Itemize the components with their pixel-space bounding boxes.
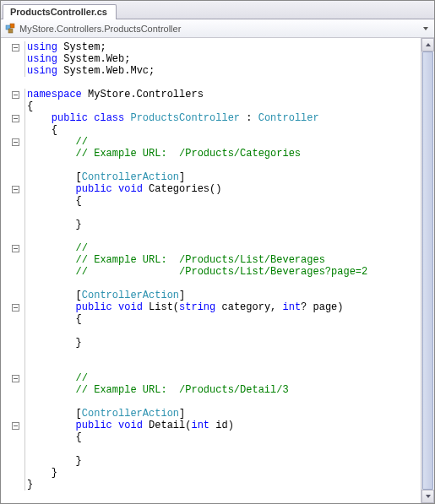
code-line[interactable] bbox=[24, 77, 421, 89]
code-line[interactable]: } bbox=[24, 467, 421, 479]
code-line[interactable]: } bbox=[24, 479, 421, 490]
breadcrumb-bar[interactable]: MyStore.Controllers.ProductsController bbox=[1, 19, 434, 38]
code-line[interactable] bbox=[24, 360, 421, 372]
gutter-line bbox=[1, 337, 21, 349]
code-line[interactable] bbox=[24, 230, 421, 242]
code-line[interactable]: // Example URL: /Products/Detail/3 bbox=[24, 384, 421, 396]
gutter-line bbox=[1, 349, 21, 360]
code-line[interactable]: { bbox=[24, 100, 421, 112]
gutter-line bbox=[1, 396, 21, 408]
gutter-line bbox=[1, 443, 21, 455]
tab-label: ProductsController.cs bbox=[10, 7, 107, 17]
gutter-line bbox=[1, 77, 21, 89]
outline-collapse-icon[interactable] bbox=[12, 422, 19, 430]
code-line[interactable]: // Example URL: /Products/List/Beverages bbox=[24, 254, 421, 266]
scrollbar-thumb[interactable] bbox=[422, 51, 433, 490]
gutter-line bbox=[1, 266, 21, 278]
svg-rect-0 bbox=[10, 24, 14, 28]
scrollbar-track[interactable] bbox=[421, 51, 434, 490]
code-line[interactable] bbox=[24, 160, 421, 171]
gutter-line bbox=[1, 372, 21, 384]
gutter-line bbox=[1, 230, 21, 242]
gutter-line bbox=[1, 100, 21, 112]
gutter-line bbox=[1, 195, 21, 207]
gutter-line bbox=[1, 301, 21, 313]
code-line[interactable] bbox=[24, 207, 421, 219]
vertical-scrollbar[interactable] bbox=[421, 38, 434, 503]
gutter-line bbox=[1, 431, 21, 443]
gutter-line bbox=[1, 242, 21, 254]
gutter-line bbox=[1, 124, 21, 136]
outline-collapse-icon[interactable] bbox=[12, 138, 19, 146]
code-line[interactable] bbox=[24, 349, 421, 360]
code-line[interactable]: // bbox=[24, 136, 421, 148]
outline-collapse-icon[interactable] bbox=[12, 44, 19, 51]
gutter-line bbox=[1, 325, 21, 337]
code-line[interactable]: using System.Web.Mvc; bbox=[24, 65, 421, 77]
code-line[interactable]: public void Categories() bbox=[24, 183, 421, 195]
outline-collapse-icon[interactable] bbox=[12, 304, 19, 312]
code-line[interactable]: // Example URL: /Products/Categories bbox=[24, 148, 421, 160]
code-line[interactable]: namespace MyStore.Controllers bbox=[24, 89, 421, 100]
code-line[interactable]: { bbox=[24, 313, 421, 325]
code-line[interactable] bbox=[24, 443, 421, 455]
gutter-line bbox=[1, 479, 21, 490]
gutter-line bbox=[1, 290, 21, 301]
gutter-line bbox=[1, 136, 21, 148]
gutter-line bbox=[1, 112, 21, 124]
gutter-line bbox=[1, 467, 21, 479]
code-line[interactable]: } bbox=[24, 455, 421, 467]
code-line[interactable]: { bbox=[24, 195, 421, 207]
svg-rect-2 bbox=[8, 29, 13, 33]
code-line[interactable]: [ControllerAction] bbox=[24, 290, 421, 301]
code-line[interactable] bbox=[24, 325, 421, 337]
editor-area: using System;using System.Web;using Syst… bbox=[1, 38, 434, 503]
outline-collapse-icon[interactable] bbox=[12, 91, 19, 99]
code-line[interactable]: public class ProductsController : Contro… bbox=[24, 112, 421, 124]
scroll-down-button[interactable] bbox=[421, 490, 434, 503]
outline-collapse-icon[interactable] bbox=[12, 375, 19, 382]
gutter-line bbox=[1, 207, 21, 219]
gutter-line bbox=[1, 41, 21, 53]
outline-collapse-icon[interactable] bbox=[12, 115, 19, 122]
gutter-line bbox=[1, 89, 21, 100]
gutter-line bbox=[1, 420, 21, 431]
gutter-line bbox=[1, 455, 21, 467]
gutter-line bbox=[1, 408, 21, 420]
gutter-line bbox=[1, 254, 21, 266]
code-line[interactable]: { bbox=[24, 431, 421, 443]
tab-bar: ProductsController.cs bbox=[1, 1, 434, 19]
gutter-line bbox=[1, 65, 21, 77]
code-line[interactable] bbox=[24, 396, 421, 408]
outline-collapse-icon[interactable] bbox=[12, 245, 19, 252]
code-editor[interactable]: using System;using System.Web;using Syst… bbox=[21, 38, 421, 503]
gutter-line bbox=[1, 148, 21, 160]
code-line[interactable] bbox=[24, 278, 421, 290]
file-tab[interactable]: ProductsController.cs bbox=[3, 4, 117, 19]
gutter-line bbox=[1, 171, 21, 183]
gutter-line bbox=[1, 183, 21, 195]
code-line[interactable]: public void Detail(int id) bbox=[24, 420, 421, 431]
gutter-line bbox=[1, 219, 21, 230]
code-line[interactable]: // bbox=[24, 242, 421, 254]
code-line[interactable]: public void List(string category, int? p… bbox=[24, 301, 421, 313]
code-line[interactable]: } bbox=[24, 337, 421, 349]
code-line[interactable]: using System.Web; bbox=[24, 53, 421, 65]
code-line[interactable]: // bbox=[24, 372, 421, 384]
class-icon bbox=[4, 23, 16, 35]
outline-gutter bbox=[1, 38, 21, 503]
code-line[interactable]: // /Products/List/Beverages?page=2 bbox=[24, 266, 421, 278]
gutter-line bbox=[1, 160, 21, 171]
gutter-line bbox=[1, 53, 21, 65]
code-line[interactable]: } bbox=[24, 219, 421, 230]
code-line[interactable]: [ControllerAction] bbox=[24, 171, 421, 183]
gutter-line bbox=[1, 278, 21, 290]
outline-collapse-icon[interactable] bbox=[12, 186, 19, 193]
code-line[interactable]: using System; bbox=[24, 41, 421, 53]
code-line[interactable]: [ControllerAction] bbox=[24, 408, 421, 420]
gutter-line bbox=[1, 360, 21, 372]
scroll-up-button[interactable] bbox=[421, 38, 434, 51]
code-line[interactable]: { bbox=[24, 124, 421, 136]
chevron-down-icon[interactable] bbox=[421, 24, 431, 34]
gutter-line bbox=[1, 384, 21, 396]
